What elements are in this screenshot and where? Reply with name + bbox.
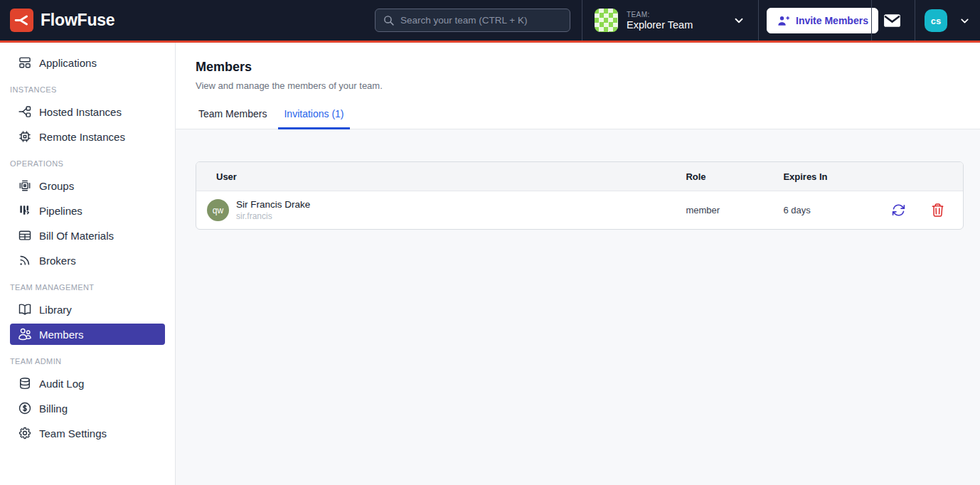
invite-members-button[interactable]: Invite Members	[767, 8, 878, 33]
hosted-instances-icon	[18, 105, 32, 119]
team-chevron-down-icon[interactable]	[733, 14, 745, 30]
sidebar-item-pipelines[interactable]: Pipelines	[10, 200, 165, 221]
sidebar-item-billing[interactable]: Billing	[10, 398, 165, 419]
column-header-user: User	[196, 162, 686, 191]
members-icon	[18, 327, 32, 341]
bill-of-materials-icon	[18, 228, 32, 242]
groups-icon	[18, 178, 32, 193]
sidebar-item-brokers[interactable]: Brokers	[10, 250, 165, 271]
audit-log-icon	[18, 376, 32, 390]
invitation-expires-in: 6 days	[783, 191, 891, 230]
sidebar-item-team-settings[interactable]: Team Settings	[10, 422, 165, 444]
user-avatar: cs	[925, 9, 947, 32]
brand[interactable]: FlowFuse	[10, 9, 114, 32]
brand-name: FlowFuse	[41, 11, 114, 30]
library-icon	[18, 302, 32, 316]
sidebar-item-applications[interactable]: Applications	[10, 52, 165, 73]
sidebar-item-members[interactable]: Members	[10, 324, 165, 345]
column-header-expires-in: Expires In	[783, 162, 891, 191]
tab-team-members[interactable]: Team Members	[193, 102, 272, 129]
sidebar-section-team-management: TEAM MANAGEMENT	[10, 283, 165, 292]
main-content: Members View and manage the members of y…	[176, 43, 980, 485]
sidebar-section-operations: OPERATIONS	[10, 159, 165, 168]
sidebar-item-groups[interactable]: Groups	[10, 175, 165, 196]
sidebar-item-hosted-instances[interactable]: Hosted Instances	[10, 101, 165, 122]
sidebar-section-instances: INSTANCES	[10, 85, 165, 94]
refresh-icon	[891, 203, 906, 218]
team-selector[interactable]: TEAM: Explorer Team	[595, 9, 693, 32]
remote-instances-icon	[18, 129, 32, 144]
team-search[interactable]	[375, 9, 570, 32]
divider	[915, 0, 915, 41]
user-cell: qw Sir Francis Drake sir.francis	[196, 199, 686, 221]
invitations-panel: User Role Expires In qw Sir Francis Drak…	[176, 129, 980, 485]
sidebar-section-team-admin: TEAM ADMIN	[10, 357, 165, 366]
invitation-row: qw Sir Francis Drake sir.francis member …	[196, 191, 963, 230]
pipelines-icon	[18, 203, 32, 218]
team-avatar	[595, 9, 618, 32]
column-header-actions	[891, 162, 963, 191]
divider	[871, 0, 872, 41]
top-navbar: FlowFuse TEAM: Explorer Team Invite Memb…	[0, 0, 980, 43]
user-menu-chevron-down-icon	[959, 15, 971, 27]
user-menu[interactable]: cs	[925, 9, 971, 32]
page-title: Members	[196, 60, 980, 75]
invitee-username: sir.francis	[236, 211, 310, 221]
flowfuse-logo-icon	[10, 9, 33, 32]
team-settings-icon	[18, 426, 32, 440]
tab-bar: Team Members Invitations (1)	[176, 102, 980, 129]
invitations-table-card: User Role Expires In qw Sir Francis Drak…	[196, 161, 964, 230]
search-icon	[383, 14, 395, 26]
delete-invitation-button[interactable]	[930, 203, 945, 218]
applications-icon	[18, 55, 32, 70]
page-subtitle: View and manage the members of your team…	[196, 80, 980, 91]
trash-icon	[930, 203, 945, 218]
sidebar: Applications INSTANCES Hosted Instances …	[0, 43, 176, 485]
column-header-role: Role	[686, 162, 783, 191]
brokers-icon	[18, 253, 32, 267]
invite-members-label: Invite Members	[796, 15, 868, 26]
team-name: Explorer Team	[627, 19, 693, 31]
invitee-role: member	[686, 191, 783, 230]
team-label: TEAM:	[627, 11, 693, 18]
sidebar-item-bill-of-materials[interactable]: Bill Of Materials	[10, 225, 165, 246]
invitations-table: User Role Expires In qw Sir Francis Drak…	[196, 162, 963, 229]
divider	[582, 0, 582, 41]
invitee-avatar: qw	[207, 199, 229, 221]
user-plus-icon	[777, 14, 790, 28]
sidebar-item-remote-instances[interactable]: Remote Instances	[10, 126, 165, 147]
sidebar-item-library[interactable]: Library	[10, 299, 165, 320]
search-input[interactable]	[400, 15, 563, 26]
tab-invitations[interactable]: Invitations (1)	[278, 102, 349, 129]
resend-invitation-button[interactable]	[891, 203, 906, 218]
divider	[758, 0, 759, 41]
table-header-row: User Role Expires In	[196, 162, 963, 191]
billing-icon	[18, 401, 32, 415]
invitee-name: Sir Francis Drake	[236, 199, 310, 210]
sidebar-item-audit-log[interactable]: Audit Log	[10, 373, 165, 394]
notifications-mail-icon[interactable]	[883, 11, 902, 32]
